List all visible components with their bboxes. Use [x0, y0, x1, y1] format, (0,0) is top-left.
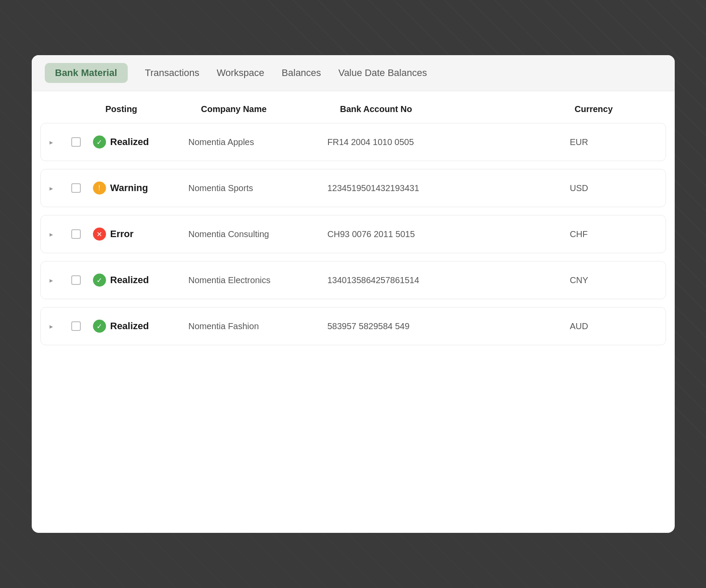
- tab-transactions[interactable]: Transactions: [145, 64, 199, 82]
- currency: CNY: [570, 275, 657, 285]
- status-icon-warning: !: [93, 182, 106, 195]
- status-label: Realized: [110, 320, 149, 332]
- row-checkbox[interactable]: [71, 321, 81, 331]
- table-header: Posting Company Name Bank Account No Cur…: [32, 96, 675, 123]
- row-checkbox[interactable]: [71, 229, 81, 239]
- row-expand-icon[interactable]: ▸: [50, 322, 71, 330]
- status-cell: ✓ Realized: [93, 320, 189, 333]
- row-checkbox[interactable]: [71, 137, 81, 147]
- currency: CHF: [570, 229, 657, 239]
- col-posting: Posting: [106, 104, 201, 114]
- company-name: Nomentia Apples: [189, 137, 328, 147]
- status-cell: ✕ Error: [93, 228, 189, 241]
- currency: AUD: [570, 321, 657, 331]
- company-name: Nomentia Fashion: [189, 321, 328, 331]
- row-expand-icon[interactable]: ▸: [50, 276, 71, 284]
- tab-balances[interactable]: Balances: [282, 64, 321, 82]
- bank-account-no: 1340135864257861514: [328, 275, 570, 285]
- tab-value-date-balances[interactable]: Value Date Balances: [338, 64, 427, 82]
- bank-account-no: 1234519501432193431: [328, 183, 570, 193]
- currency: USD: [570, 183, 657, 193]
- bank-account-no: CH93 0076 2011 5015: [328, 229, 570, 239]
- table-row: ▸ ✓ Realized Nomentia Fashion 583957 582…: [40, 307, 666, 345]
- main-card: Bank Material Transactions Workspace Bal…: [32, 55, 675, 533]
- row-checkbox[interactable]: [71, 183, 81, 193]
- tab-bar: Bank Material Transactions Workspace Bal…: [32, 55, 675, 91]
- table-body: ▸ ✓ Realized Nomentia Apples FR14 2004 1…: [32, 123, 675, 345]
- currency: EUR: [570, 137, 657, 147]
- col-company-name: Company Name: [201, 104, 340, 114]
- row-expand-icon[interactable]: ▸: [50, 138, 71, 146]
- company-name: Nomentia Electronics: [189, 275, 328, 285]
- tab-workspace[interactable]: Workspace: [217, 64, 265, 82]
- status-label: Realized: [110, 136, 149, 148]
- status-cell: ✓ Realized: [93, 274, 189, 287]
- company-name: Nomentia Consulting: [189, 229, 328, 239]
- col-currency: Currency: [575, 104, 662, 114]
- tab-bank-material[interactable]: Bank Material: [45, 63, 128, 83]
- status-cell: ! Warning: [93, 182, 189, 195]
- table-row: ▸ ✓ Realized Nomentia Apples FR14 2004 1…: [40, 123, 666, 161]
- status-icon-realized: ✓: [93, 274, 106, 287]
- status-label: Realized: [110, 274, 149, 286]
- row-expand-icon[interactable]: ▸: [50, 184, 71, 192]
- row-checkbox[interactable]: [71, 275, 81, 285]
- row-expand-icon[interactable]: ▸: [50, 230, 71, 238]
- status-cell: ✓ Realized: [93, 135, 189, 149]
- status-label: Warning: [110, 182, 148, 194]
- status-icon-realized: ✓: [93, 320, 106, 333]
- table-row: ▸ ✕ Error Nomentia Consulting CH93 0076 …: [40, 215, 666, 253]
- bank-account-no: 583957 5829584 549: [328, 321, 570, 331]
- status-icon-realized: ✓: [93, 135, 106, 149]
- table-row: ▸ ! Warning Nomentia Sports 123451950143…: [40, 169, 666, 207]
- table-row: ▸ ✓ Realized Nomentia Electronics 134013…: [40, 261, 666, 299]
- status-icon-error: ✕: [93, 228, 106, 241]
- status-label: Error: [110, 228, 134, 240]
- bank-account-no: FR14 2004 1010 0505: [328, 137, 570, 147]
- company-name: Nomentia Sports: [189, 183, 328, 193]
- col-bank-account-no: Bank Account No: [340, 104, 575, 114]
